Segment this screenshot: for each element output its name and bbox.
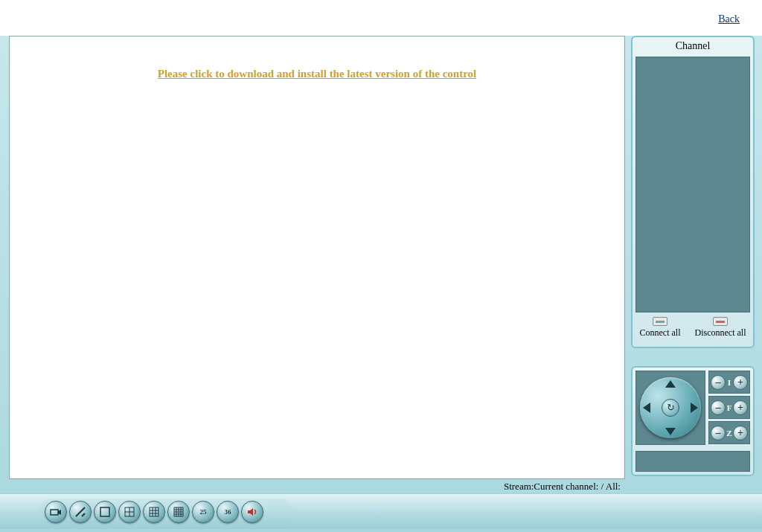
- focus-label: F: [727, 403, 732, 412]
- svg-rect-0: [51, 510, 58, 515]
- iris-label: I: [728, 378, 731, 387]
- bottom-toolbar: 25 36: [0, 493, 762, 529]
- channel-list[interactable]: [635, 57, 750, 313]
- stream-status-text: Stream:Current channel: / All:: [504, 481, 621, 493]
- grid-1-button[interactable]: [94, 501, 116, 523]
- camera-icon: [50, 506, 62, 518]
- focus-plus-button[interactable]: +: [733, 400, 748, 415]
- grid-1-icon: [99, 506, 111, 518]
- connect-all-button[interactable]: Connect all: [640, 317, 681, 339]
- record-button[interactable]: [45, 501, 67, 523]
- disconnect-all-button[interactable]: Disconnect all: [695, 317, 746, 339]
- iris-plus-button[interactable]: +: [733, 375, 748, 390]
- grid-16-button[interactable]: [167, 501, 190, 523]
- ptz-panel: ↻ – I + – F + – Z +: [631, 366, 755, 476]
- connect-icon: [653, 317, 667, 326]
- tools-icon: [74, 506, 86, 518]
- ptz-center-button[interactable]: ↻: [662, 399, 679, 417]
- grid-9-button[interactable]: [143, 501, 165, 523]
- ptz-direction-wheel: ↻: [640, 377, 701, 438]
- video-view-area: Please click to download and install the…: [9, 36, 625, 479]
- disconnect-all-label: Disconnect all: [695, 327, 746, 338]
- focus-control-row: – F +: [708, 396, 750, 419]
- zoom-label: Z: [726, 429, 731, 438]
- top-bar: [0, 0, 762, 36]
- grid-4-button[interactable]: [118, 501, 141, 523]
- zoom-control-row: – Z +: [708, 421, 750, 444]
- speaker-mute-icon: [246, 506, 258, 518]
- disconnect-icon: [713, 317, 728, 326]
- zoom-minus-button[interactable]: –: [711, 426, 726, 440]
- audio-button[interactable]: [241, 501, 263, 523]
- svg-rect-2: [100, 507, 109, 516]
- svg-rect-6: [150, 507, 159, 516]
- iris-control-row: – I +: [708, 371, 750, 394]
- focus-minus-button[interactable]: –: [711, 400, 726, 415]
- grid-16-icon: [173, 506, 185, 518]
- grid-25-button[interactable]: 25: [192, 501, 214, 523]
- connect-all-label: Connect all: [640, 327, 681, 338]
- grid-9-icon: [148, 506, 160, 518]
- ptz-left-button[interactable]: [643, 403, 650, 413]
- back-link[interactable]: Back: [718, 13, 740, 25]
- channel-panel: Channel Connect all Disconnect all: [631, 36, 755, 348]
- svg-marker-18: [248, 508, 253, 516]
- grid-4-icon: [124, 506, 135, 518]
- ptz-right-button[interactable]: [691, 403, 698, 413]
- ptz-up-button[interactable]: [665, 380, 676, 388]
- channel-panel-title: Channel: [633, 37, 753, 55]
- zoom-plus-button[interactable]: +: [733, 426, 748, 440]
- iris-minus-button[interactable]: –: [711, 375, 726, 390]
- download-control-link[interactable]: Please click to download and install the…: [10, 68, 624, 80]
- ptz-down-button[interactable]: [665, 428, 676, 435]
- grid-36-button[interactable]: 36: [217, 501, 239, 523]
- settings-button[interactable]: [69, 501, 92, 523]
- ptz-preset-area[interactable]: [635, 451, 750, 472]
- ptz-wheel-container: ↻: [635, 371, 705, 445]
